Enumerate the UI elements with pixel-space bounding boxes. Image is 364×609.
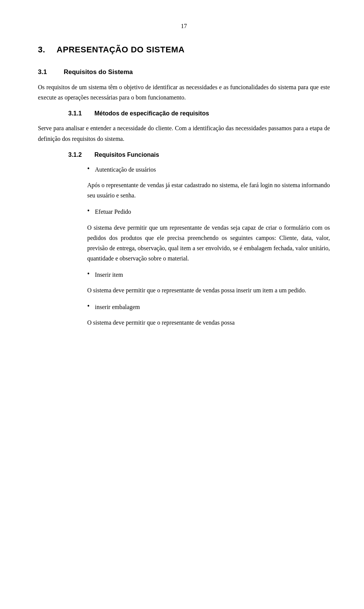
bullet-desc-1: O sistema deve permitir que um represent…	[87, 222, 330, 264]
subsection-number-3-1-1: 3.1.1	[68, 110, 85, 117]
bullet-label-1: Efetuar Pedido	[95, 207, 131, 217]
chapter-title: APRESENTAÇÃO DO SISTEMA	[56, 45, 184, 54]
bullet-desc-0: Após o representante de vendas já estar …	[87, 180, 330, 200]
bullet-desc-3: O sistema deve permitir que o representa…	[87, 317, 330, 328]
bullet-label-2: Inserir item	[95, 270, 123, 280]
section-title-3-1: Requisitos do Sistema	[64, 68, 133, 76]
subsection-title-3-1-2: Requisitos Funcionais	[94, 151, 159, 158]
bullet-dot-3: •	[87, 302, 89, 310]
section-heading-3-1: 3.1 Requisitos do Sistema	[38, 68, 330, 76]
bullet-dot-2: •	[87, 270, 89, 278]
subsection-number-3-1-2: 3.1.2	[68, 151, 85, 158]
page: 17 3.APRESENTAÇÃO DO SISTEMA 3.1 Requisi…	[0, 0, 364, 609]
subsection-title-3-1-1: Métodos de especificação de requisitos	[94, 110, 209, 117]
subsection-heading-3-1-2: 3.1.2 Requisitos Funcionais	[38, 151, 330, 158]
page-number: 17	[38, 23, 330, 30]
bullet-label-0: Autenticação de usuários	[95, 164, 156, 175]
subsection-heading-3-1-1: 3.1.1 Métodos de especificação de requis…	[38, 110, 330, 117]
bullet-dot-0: •	[87, 165, 89, 173]
section-3-1-intro: Os requisitos de um sistema têm o objeti…	[38, 82, 330, 103]
bullet-item-0: • Autenticação de usuários	[87, 164, 330, 175]
subsection-3-1-1-para: Serve para analisar e entender a necessi…	[38, 123, 330, 144]
bullet-label-3: inserir embalagem	[95, 302, 140, 312]
bullet-item-3: • inserir embalagem	[87, 302, 330, 312]
bullet-item-2: • Inserir item	[87, 270, 330, 280]
chapter-heading: 3.APRESENTAÇÃO DO SISTEMA	[38, 45, 330, 55]
section-number-3-1: 3.1	[38, 68, 53, 76]
bullet-desc-2: O sistema deve permitir que o representa…	[87, 285, 330, 295]
chapter-number: 3.	[38, 45, 45, 54]
bullet-item-1: • Efetuar Pedido	[87, 207, 330, 217]
bullet-dot-1: •	[87, 207, 89, 215]
bullet-list-3-1-2: • Autenticação de usuários Após o repres…	[38, 164, 330, 328]
